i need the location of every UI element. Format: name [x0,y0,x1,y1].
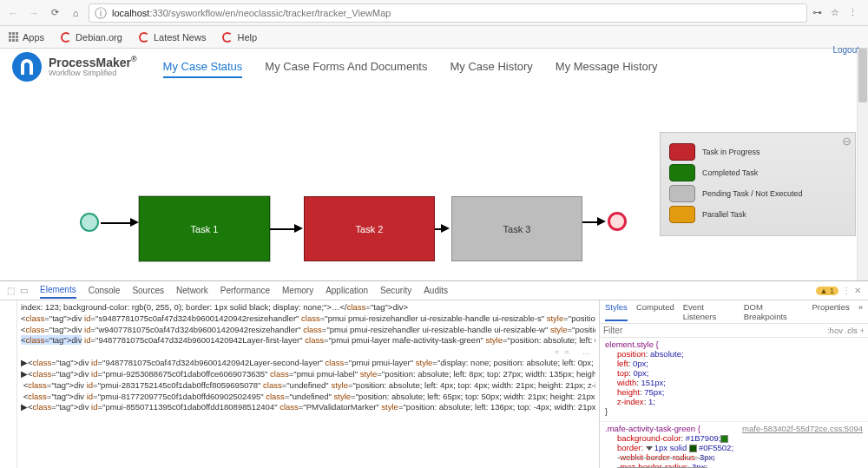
legend-swatch-red [669,143,695,161]
site-info-icon[interactable]: ⓘ [95,7,107,19]
bookmark-label: Help [237,32,257,43]
arrow-head-icon [130,218,139,227]
rule-source[interactable]: mafe-583402f-55d72ce.css:5094 [742,424,863,433]
task-box-1[interactable]: Task 1 [139,196,270,261]
dom-pane[interactable]: index: 123; background-color: rgb(0, 255… [17,300,599,468]
bookmark-debian[interactable]: Debian.org [60,31,122,43]
tab-my-case-history[interactable]: My Case History [450,56,532,78]
bookmark-help[interactable]: Help [221,31,257,43]
task-label: Task 2 [356,224,384,234]
rule-element-style[interactable]: element.style { position: absolute;left:… [600,338,868,422]
devtools-tab-audits[interactable]: Audits [424,283,448,298]
devtools-panel: ⬚▭ Elements Console Sources Network Perf… [0,280,868,468]
styles-tab-listeners[interactable]: Event Listeners [683,302,735,321]
app-logo[interactable]: ProcessMaker® Workflow Simplified [12,52,137,82]
logo-line2: Workflow Simplified [49,69,137,78]
rule-selector: element.style { [605,339,863,349]
device-icon[interactable]: ▭ [20,286,28,295]
bookmark-label: Debian.org [76,32,122,43]
styles-filter-input[interactable] [600,324,824,337]
vertical-scrollbar[interactable] [857,49,868,280]
reload-icon[interactable]: ⟳ [47,5,62,21]
end-event[interactable] [608,212,627,231]
styles-filter-buttons[interactable]: :hov .cls + [824,324,868,337]
legend-row: Parallel Task [669,206,846,223]
tab-my-message-history[interactable]: My Message History [556,56,658,78]
address-bar[interactable]: ⓘ localhost:330/sysworkflow/en/neoclassi… [89,3,807,23]
logout-link[interactable]: Logout [832,45,859,55]
scrollbar-thumb[interactable] [858,49,867,102]
bookmark-label: Apps [23,32,44,43]
devtools-tab-memory[interactable]: Memory [282,283,313,298]
tab-my-case-forms[interactable]: My Case Forms And Documents [265,56,427,78]
bookmark-news[interactable]: Latest News [138,31,207,43]
dom-tree-gutter [0,300,17,468]
arrow-head-icon [597,217,606,226]
bookmarks-bar: Apps Debian.org Latest News Help [0,26,868,49]
more-icon[interactable]: » [858,302,863,321]
logo-line1: ProcessMaker [49,56,131,69]
devtools-tab-application[interactable]: Application [326,283,368,298]
legend-row: Completed Task [669,164,846,181]
forward-icon[interactable]: → [26,5,42,21]
task-label: Task 3 [503,224,531,234]
arrow-head-icon [441,224,450,233]
logo-mark-icon [12,52,42,82]
swirl-icon [221,31,233,43]
devtools-tab-elements[interactable]: Elements [40,282,76,299]
arrow-head-icon [294,224,303,233]
legend-label: Parallel Task [702,210,746,219]
warning-badge[interactable]: ▲ 1 [816,287,838,295]
home-icon[interactable]: ⌂ [68,5,83,21]
styles-pane: Styles Computed Event Listeners DOM Brea… [599,300,868,468]
legend-row: Pending Task / Not Executed [669,185,846,202]
bookmark-label: Latest News [154,32,207,43]
devtools-close-icon[interactable]: ✕ [854,286,861,295]
devtools-tab-sources[interactable]: Sources [132,283,164,298]
styles-tab-dom-bp[interactable]: DOM Breakpoints [744,302,804,321]
devtools-tab-network[interactable]: Network [176,283,208,298]
swirl-icon [138,31,150,43]
devtools-tab-console[interactable]: Console [89,283,121,298]
url-host: localhost [112,8,149,18]
styles-tab-styles[interactable]: Styles [605,302,628,321]
devtools-menu-icon[interactable]: ⋮ [842,286,851,295]
task-label: Task 1 [191,224,219,234]
task-box-2[interactable]: Task 2 [304,196,435,261]
legend-swatch-green [669,164,695,181]
styles-tab-properties[interactable]: Properties [812,302,849,321]
url-path: :330/sysworkflow/en/neoclassic/tracker/t… [149,8,391,18]
back-icon[interactable]: ← [5,5,21,21]
styles-tab-computed[interactable]: Computed [636,302,674,321]
rule-class[interactable]: mafe-583402f-55d72ce.css:5094 .mafe-acti… [600,422,868,468]
menu-icon[interactable]: ⋮ [848,7,858,18]
apps-icon [7,31,19,43]
legend-close-icon[interactable]: ⊖ [842,135,852,148]
key-icon[interactable]: ⊶ [812,7,822,18]
tab-my-case-status[interactable]: My Case Status [163,56,243,78]
legend-row: Task in Progress [669,143,846,161]
legend-label: Pending Task / Not Executed [702,189,802,198]
inspect-icon[interactable]: ⬚ [7,286,15,295]
bookmark-star-icon[interactable]: ☆ [831,7,839,18]
flow-arrow [101,222,134,224]
legend-label: Task in Progress [702,148,760,156]
legend-swatch-gray [669,185,695,202]
task-box-3[interactable]: Task 3 [451,196,582,261]
bookmark-apps[interactable]: Apps [7,31,44,43]
legend-label: Completed Task [702,168,758,177]
swirl-icon [60,31,72,43]
start-event[interactable] [80,213,99,232]
legend-swatch-orange [669,206,695,223]
legend-panel: ⊖ Task in Progress Completed Task Pendin… [660,132,856,236]
devtools-tab-performance[interactable]: Performance [220,283,270,298]
devtools-tab-security[interactable]: Security [380,283,411,298]
